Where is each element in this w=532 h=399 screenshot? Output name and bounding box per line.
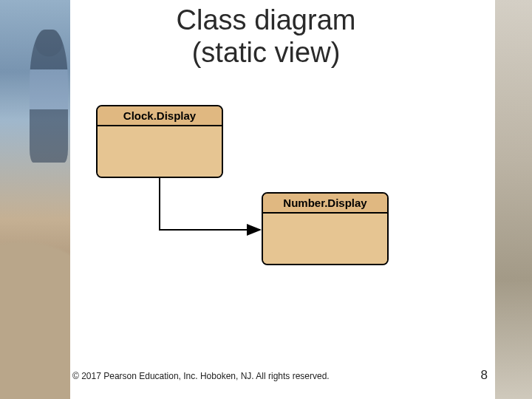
page-number: 8	[481, 368, 488, 383]
class-box-number-display: Number.Display	[262, 192, 389, 265]
class-name-number-display: Number.Display	[263, 194, 387, 214]
title-line-1: Class diagram	[177, 4, 356, 35]
class-box-clock-display: Clock.Display	[96, 105, 223, 178]
title-line-2: (static view)	[192, 37, 341, 68]
class-name-clock-display: Clock.Display	[98, 106, 222, 126]
copyright-footer: © 2017 Pearson Education, Inc. Hoboken, …	[72, 371, 330, 381]
class-diagram: Clock.Display Number.Display	[89, 100, 414, 293]
class-body-clock-display	[98, 126, 222, 177]
slide-title: Class diagram (static view)	[0, 4, 532, 69]
class-body-number-display	[263, 214, 387, 264]
